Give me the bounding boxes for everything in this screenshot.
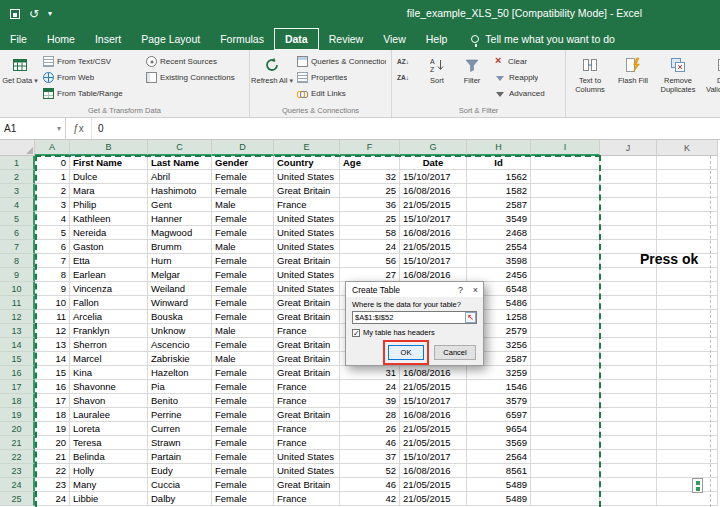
cell-E9[interactable]: United States	[274, 268, 340, 282]
cell-F20[interactable]: 26	[340, 422, 400, 436]
cell-G7[interactable]: 21/05/2015	[400, 240, 467, 254]
refresh-all-button[interactable]: Refresh All ▾	[251, 51, 293, 104]
cell-D22[interactable]: Female	[212, 450, 274, 464]
cell-H24[interactable]: 5489	[467, 478, 531, 492]
cell-K21[interactable]	[657, 436, 718, 450]
cell-D18[interactable]: Female	[212, 394, 274, 408]
cell-E15[interactable]: Great Britain	[274, 352, 340, 366]
cell-I24[interactable]	[531, 478, 600, 492]
cell-E14[interactable]: Great Britain	[274, 338, 340, 352]
range-selector-icon[interactable]: ↖	[465, 312, 476, 323]
cell-F18[interactable]: 39	[340, 394, 400, 408]
cell-B23[interactable]: Holly	[70, 464, 148, 478]
cell-F19[interactable]: 28	[340, 408, 400, 422]
cell-J11[interactable]	[600, 296, 657, 310]
cell-I2[interactable]	[531, 170, 600, 184]
cell-J17[interactable]	[600, 380, 657, 394]
cell-B16[interactable]: Kina	[70, 366, 148, 380]
properties-button[interactable]: Properties	[293, 69, 390, 85]
cell-D2[interactable]: Female	[212, 170, 274, 184]
cell-G1[interactable]: Date	[400, 156, 467, 170]
cell-D15[interactable]: Male	[212, 352, 274, 366]
tab-view[interactable]: View	[373, 28, 416, 50]
cell-H2[interactable]: 1562	[467, 170, 531, 184]
col-header-J[interactable]: J	[600, 140, 657, 156]
col-header-I[interactable]: I	[531, 140, 600, 156]
tab-help[interactable]: Help	[416, 28, 458, 50]
cell-C23[interactable]: Eudy	[148, 464, 212, 478]
row-header-22[interactable]: 22	[0, 450, 35, 464]
cell-K23[interactable]	[657, 464, 718, 478]
cell-K2[interactable]	[657, 170, 718, 184]
row-header-20[interactable]: 20	[0, 422, 35, 436]
cell-K6[interactable]	[657, 226, 718, 240]
cell-I22[interactable]	[531, 450, 600, 464]
cell-K17[interactable]	[657, 380, 718, 394]
cell-C11[interactable]: Winward	[148, 296, 212, 310]
tab-review[interactable]: Review	[319, 28, 373, 50]
cell-G5[interactable]: 15/10/2017	[400, 212, 467, 226]
row-header-9[interactable]: 9	[0, 268, 35, 282]
row-header-6[interactable]: 6	[0, 226, 35, 240]
cell-D11[interactable]: Female	[212, 296, 274, 310]
cell-C12[interactable]: Bouska	[148, 310, 212, 324]
cell-C25[interactable]: Dalby	[148, 492, 212, 506]
cell-H8[interactable]: 3598	[467, 254, 531, 268]
cell-B6[interactable]: Nereida	[70, 226, 148, 240]
row-header-16[interactable]: 16	[0, 366, 35, 380]
cell-C20[interactable]: Curren	[148, 422, 212, 436]
cell-A25[interactable]: 24	[35, 492, 70, 506]
cell-F25[interactable]: 42	[340, 492, 400, 506]
cell-J14[interactable]	[600, 338, 657, 352]
cell-H3[interactable]: 1582	[467, 184, 531, 198]
col-header-C[interactable]: C	[148, 140, 212, 156]
cell-C4[interactable]: Gent	[148, 198, 212, 212]
cell-G16[interactable]: 16/08/2016	[400, 366, 467, 380]
row-header-17[interactable]: 17	[0, 380, 35, 394]
cell-J9[interactable]	[600, 268, 657, 282]
col-header-K[interactable]: K	[657, 140, 718, 156]
cell-J13[interactable]	[600, 324, 657, 338]
cell-J10[interactable]	[600, 282, 657, 296]
cell-C1[interactable]: Last Name	[148, 156, 212, 170]
row-header-11[interactable]: 11	[0, 296, 35, 310]
cell-F17[interactable]: 24	[340, 380, 400, 394]
cell-D23[interactable]: Female	[212, 464, 274, 478]
cell-G4[interactable]: 21/05/2015	[400, 198, 467, 212]
cell-D6[interactable]: Female	[212, 226, 274, 240]
cell-D25[interactable]: Female	[212, 492, 274, 506]
cell-A5[interactable]: 4	[35, 212, 70, 226]
cell-E21[interactable]: France	[274, 436, 340, 450]
cell-G9[interactable]: 16/08/2016	[400, 268, 467, 282]
cell-E23[interactable]: United States	[274, 464, 340, 478]
range-input[interactable]: $A$1:$I$52 ↖	[352, 311, 477, 324]
cell-A3[interactable]: 2	[35, 184, 70, 198]
formula-input[interactable]: 0	[92, 118, 720, 139]
cell-A7[interactable]: 6	[35, 240, 70, 254]
cell-G21[interactable]: 21/05/2015	[400, 436, 467, 450]
cell-K25[interactable]	[657, 492, 718, 506]
cell-B11[interactable]: Fallon	[70, 296, 148, 310]
cell-I19[interactable]	[531, 408, 600, 422]
cell-I5[interactable]	[531, 212, 600, 226]
cell-B17[interactable]: Shavonne	[70, 380, 148, 394]
row-header-7[interactable]: 7	[0, 240, 35, 254]
cell-D10[interactable]: Female	[212, 282, 274, 296]
cell-A1[interactable]: 0	[35, 156, 70, 170]
cell-D9[interactable]: Female	[212, 268, 274, 282]
cell-J4[interactable]	[600, 198, 657, 212]
cell-D5[interactable]: Female	[212, 212, 274, 226]
tab-formulas[interactable]: Formulas	[210, 28, 274, 50]
cell-F24[interactable]: 46	[340, 478, 400, 492]
cell-I12[interactable]	[531, 310, 600, 324]
sort-za-button[interactable]	[393, 69, 420, 85]
col-header-E[interactable]: E	[274, 140, 340, 156]
cell-F6[interactable]: 58	[340, 226, 400, 240]
cell-E4[interactable]: France	[274, 198, 340, 212]
edit-links-button[interactable]: Edit Links	[293, 85, 390, 101]
cell-E19[interactable]: Great Britain	[274, 408, 340, 422]
cell-G23[interactable]: 16/08/2016	[400, 464, 467, 478]
cell-B10[interactable]: Vincenza	[70, 282, 148, 296]
cell-H4[interactable]: 2587	[467, 198, 531, 212]
row-header-23[interactable]: 23	[0, 464, 35, 478]
